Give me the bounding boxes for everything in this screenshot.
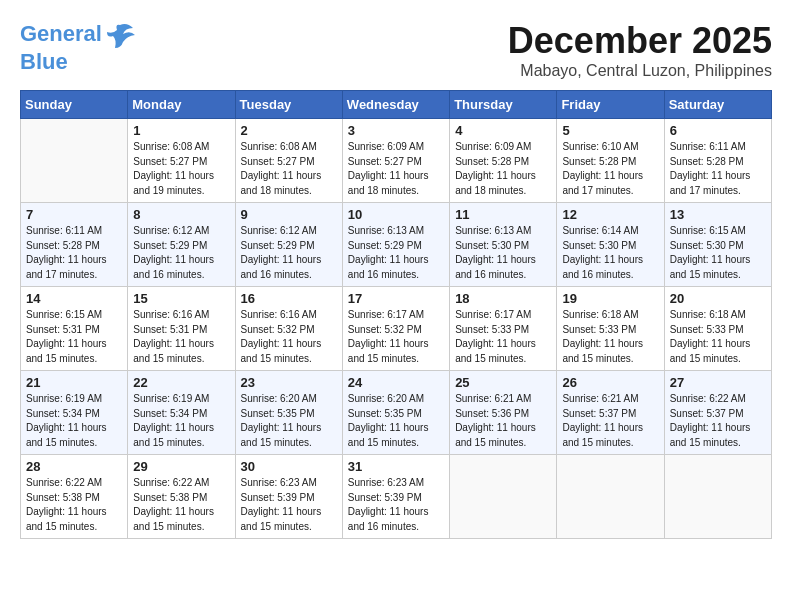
calendar-day-cell: 12Sunrise: 6:14 AM Sunset: 5:30 PM Dayli… [557,203,664,287]
day-info: Sunrise: 6:17 AM Sunset: 5:32 PM Dayligh… [348,308,444,366]
day-info: Sunrise: 6:08 AM Sunset: 5:27 PM Dayligh… [133,140,229,198]
calendar-header-row: SundayMondayTuesdayWednesdayThursdayFrid… [21,91,772,119]
calendar-day-cell: 31Sunrise: 6:23 AM Sunset: 5:39 PM Dayli… [342,455,449,539]
day-info: Sunrise: 6:13 AM Sunset: 5:29 PM Dayligh… [348,224,444,282]
day-info: Sunrise: 6:08 AM Sunset: 5:27 PM Dayligh… [241,140,337,198]
day-number: 1 [133,123,229,138]
day-number: 4 [455,123,551,138]
day-info: Sunrise: 6:09 AM Sunset: 5:27 PM Dayligh… [348,140,444,198]
day-info: Sunrise: 6:12 AM Sunset: 5:29 PM Dayligh… [133,224,229,282]
calendar-day-cell: 6Sunrise: 6:11 AM Sunset: 5:28 PM Daylig… [664,119,771,203]
calendar-day-cell [664,455,771,539]
day-info: Sunrise: 6:22 AM Sunset: 5:37 PM Dayligh… [670,392,766,450]
day-number: 9 [241,207,337,222]
day-info: Sunrise: 6:19 AM Sunset: 5:34 PM Dayligh… [26,392,122,450]
day-info: Sunrise: 6:15 AM Sunset: 5:31 PM Dayligh… [26,308,122,366]
day-info: Sunrise: 6:13 AM Sunset: 5:30 PM Dayligh… [455,224,551,282]
day-info: Sunrise: 6:21 AM Sunset: 5:36 PM Dayligh… [455,392,551,450]
day-number: 10 [348,207,444,222]
calendar-day-cell: 20Sunrise: 6:18 AM Sunset: 5:33 PM Dayli… [664,287,771,371]
day-info: Sunrise: 6:22 AM Sunset: 5:38 PM Dayligh… [133,476,229,534]
calendar-table: SundayMondayTuesdayWednesdayThursdayFrid… [20,90,772,539]
calendar-day-cell: 23Sunrise: 6:20 AM Sunset: 5:35 PM Dayli… [235,371,342,455]
calendar-week-row: 14Sunrise: 6:15 AM Sunset: 5:31 PM Dayli… [21,287,772,371]
calendar-day-cell [21,119,128,203]
day-number: 25 [455,375,551,390]
calendar-day-cell: 14Sunrise: 6:15 AM Sunset: 5:31 PM Dayli… [21,287,128,371]
day-number: 18 [455,291,551,306]
weekday-header: Saturday [664,91,771,119]
weekday-header: Friday [557,91,664,119]
day-info: Sunrise: 6:15 AM Sunset: 5:30 PM Dayligh… [670,224,766,282]
calendar-day-cell: 15Sunrise: 6:16 AM Sunset: 5:31 PM Dayli… [128,287,235,371]
day-info: Sunrise: 6:12 AM Sunset: 5:29 PM Dayligh… [241,224,337,282]
calendar-week-row: 21Sunrise: 6:19 AM Sunset: 5:34 PM Dayli… [21,371,772,455]
day-number: 15 [133,291,229,306]
day-info: Sunrise: 6:20 AM Sunset: 5:35 PM Dayligh… [241,392,337,450]
calendar-day-cell: 19Sunrise: 6:18 AM Sunset: 5:33 PM Dayli… [557,287,664,371]
weekday-header: Monday [128,91,235,119]
calendar-day-cell: 17Sunrise: 6:17 AM Sunset: 5:32 PM Dayli… [342,287,449,371]
weekday-header: Tuesday [235,91,342,119]
calendar-day-cell: 4Sunrise: 6:09 AM Sunset: 5:28 PM Daylig… [450,119,557,203]
calendar-day-cell: 8Sunrise: 6:12 AM Sunset: 5:29 PM Daylig… [128,203,235,287]
day-number: 19 [562,291,658,306]
calendar-day-cell [557,455,664,539]
day-info: Sunrise: 6:14 AM Sunset: 5:30 PM Dayligh… [562,224,658,282]
day-number: 29 [133,459,229,474]
calendar-day-cell: 2Sunrise: 6:08 AM Sunset: 5:27 PM Daylig… [235,119,342,203]
day-number: 5 [562,123,658,138]
day-info: Sunrise: 6:17 AM Sunset: 5:33 PM Dayligh… [455,308,551,366]
calendar-day-cell: 25Sunrise: 6:21 AM Sunset: 5:36 PM Dayli… [450,371,557,455]
calendar-day-cell: 24Sunrise: 6:20 AM Sunset: 5:35 PM Dayli… [342,371,449,455]
day-info: Sunrise: 6:18 AM Sunset: 5:33 PM Dayligh… [562,308,658,366]
calendar-day-cell: 29Sunrise: 6:22 AM Sunset: 5:38 PM Dayli… [128,455,235,539]
calendar-day-cell: 28Sunrise: 6:22 AM Sunset: 5:38 PM Dayli… [21,455,128,539]
day-number: 20 [670,291,766,306]
day-info: Sunrise: 6:20 AM Sunset: 5:35 PM Dayligh… [348,392,444,450]
day-info: Sunrise: 6:23 AM Sunset: 5:39 PM Dayligh… [348,476,444,534]
day-number: 27 [670,375,766,390]
day-number: 6 [670,123,766,138]
calendar-day-cell: 21Sunrise: 6:19 AM Sunset: 5:34 PM Dayli… [21,371,128,455]
day-number: 8 [133,207,229,222]
day-number: 13 [670,207,766,222]
day-number: 7 [26,207,122,222]
day-number: 22 [133,375,229,390]
day-number: 12 [562,207,658,222]
day-number: 16 [241,291,337,306]
day-info: Sunrise: 6:16 AM Sunset: 5:32 PM Dayligh… [241,308,337,366]
calendar-week-row: 28Sunrise: 6:22 AM Sunset: 5:38 PM Dayli… [21,455,772,539]
weekday-header: Sunday [21,91,128,119]
day-number: 11 [455,207,551,222]
day-info: Sunrise: 6:11 AM Sunset: 5:28 PM Dayligh… [670,140,766,198]
calendar-day-cell: 3Sunrise: 6:09 AM Sunset: 5:27 PM Daylig… [342,119,449,203]
day-info: Sunrise: 6:19 AM Sunset: 5:34 PM Dayligh… [133,392,229,450]
day-number: 24 [348,375,444,390]
day-info: Sunrise: 6:11 AM Sunset: 5:28 PM Dayligh… [26,224,122,282]
logo: General Blue [20,20,135,74]
day-info: Sunrise: 6:18 AM Sunset: 5:33 PM Dayligh… [670,308,766,366]
calendar-day-cell: 1Sunrise: 6:08 AM Sunset: 5:27 PM Daylig… [128,119,235,203]
day-number: 17 [348,291,444,306]
day-number: 2 [241,123,337,138]
calendar-week-row: 7Sunrise: 6:11 AM Sunset: 5:28 PM Daylig… [21,203,772,287]
day-info: Sunrise: 6:09 AM Sunset: 5:28 PM Dayligh… [455,140,551,198]
logo-text: General Blue [20,20,135,74]
page-header: General Blue December 2025 Mabayo, Centr… [20,20,772,80]
day-number: 28 [26,459,122,474]
calendar-day-cell: 9Sunrise: 6:12 AM Sunset: 5:29 PM Daylig… [235,203,342,287]
day-info: Sunrise: 6:10 AM Sunset: 5:28 PM Dayligh… [562,140,658,198]
month-title: December 2025 [508,20,772,62]
day-info: Sunrise: 6:23 AM Sunset: 5:39 PM Dayligh… [241,476,337,534]
calendar-day-cell: 27Sunrise: 6:22 AM Sunset: 5:37 PM Dayli… [664,371,771,455]
day-number: 26 [562,375,658,390]
location-label: Mabayo, Central Luzon, Philippines [508,62,772,80]
weekday-header: Wednesday [342,91,449,119]
logo-bird-icon [105,20,135,50]
calendar-week-row: 1Sunrise: 6:08 AM Sunset: 5:27 PM Daylig… [21,119,772,203]
weekday-header: Thursday [450,91,557,119]
calendar-day-cell: 5Sunrise: 6:10 AM Sunset: 5:28 PM Daylig… [557,119,664,203]
calendar-day-cell: 30Sunrise: 6:23 AM Sunset: 5:39 PM Dayli… [235,455,342,539]
calendar-day-cell: 18Sunrise: 6:17 AM Sunset: 5:33 PM Dayli… [450,287,557,371]
